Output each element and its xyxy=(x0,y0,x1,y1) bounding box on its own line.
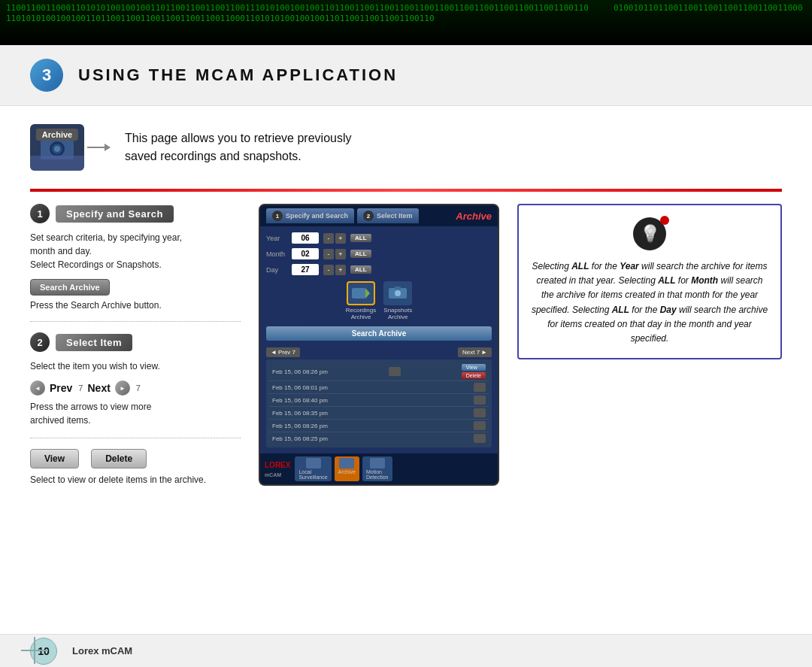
month-row: Month 02 - + ALL xyxy=(266,248,492,259)
nav-label: LocalSurveillance xyxy=(298,469,327,480)
device-footer: LOREX mCAM LocalSurveillance Archive xyxy=(260,453,498,484)
nav-motion-detection[interactable]: MotionDetection xyxy=(362,456,392,481)
month-all-btn[interactable]: ALL xyxy=(350,250,371,258)
nav-local-surveillance[interactable]: LocalSurveillance xyxy=(295,456,331,481)
day-row: Day 27 - + ALL xyxy=(266,264,492,275)
recordings-icon xyxy=(347,281,375,305)
chapter-header: 3 USING THE mCAM APPLICATION xyxy=(0,45,812,106)
left-column: 1 Specify and Search Set search criteria… xyxy=(30,204,241,485)
step1-number: 1 xyxy=(30,204,50,223)
step1-badge: 1 Specify and Search xyxy=(30,204,241,223)
recordings-label: RecordingsArchive xyxy=(346,307,376,320)
prev-arrow-icon[interactable] xyxy=(30,380,45,396)
page-footer: 10 Lorex mCAM xyxy=(0,634,812,667)
device-tabs: 1 Specify and Search 2 Select Item xyxy=(266,208,419,223)
year-plus-btn[interactable]: + xyxy=(335,233,346,244)
month-plus-btn[interactable]: + xyxy=(335,249,346,259)
day-plus-btn[interactable]: + xyxy=(335,265,346,275)
archive-intro: Archive This page allows you to retrieve… xyxy=(30,124,782,171)
step1-label: Specify and Search xyxy=(56,205,174,223)
view-button[interactable]: View xyxy=(30,449,79,468)
year-label: Year xyxy=(266,235,287,242)
footer-brand: Lorex mCAM xyxy=(72,645,132,656)
result-video-icon xyxy=(474,396,486,405)
month-minus-btn[interactable]: - xyxy=(323,249,334,259)
result-delete-btn[interactable]: Delete xyxy=(462,372,486,379)
result-date: Feb 15, 06 08:01 pm xyxy=(272,384,328,391)
archive-intro-text: This page allows you to retrieve previou… xyxy=(125,129,351,165)
red-dot xyxy=(660,216,669,225)
tab2-num: 2 xyxy=(363,211,374,221)
snapshots-icon xyxy=(383,281,412,305)
table-row[interactable]: Feb 15, 06 08:26 pm xyxy=(269,420,489,432)
svg-rect-10 xyxy=(395,287,401,290)
svg-rect-6 xyxy=(352,288,365,299)
year-pm-btns: - + xyxy=(323,233,346,244)
step1-search-desc: Press the Search Archive button. xyxy=(30,300,241,311)
delete-button[interactable]: Delete xyxy=(91,449,147,468)
motion-icon xyxy=(370,458,385,468)
divider1 xyxy=(30,321,241,322)
result-view-btn[interactable]: View xyxy=(462,364,486,371)
result-date: Feb 15, 06 08:40 pm xyxy=(272,397,328,404)
snapshots-icon-item[interactable]: SnapshotsArchive xyxy=(383,281,412,320)
result-date: Feb 15, 06 08:35 pm xyxy=(272,410,328,417)
view-delete-desc: Select to view or delete items in the ar… xyxy=(30,474,241,485)
bulb-icon xyxy=(633,217,666,250)
chapter-number: 3 xyxy=(30,59,63,92)
day-minus-btn[interactable]: - xyxy=(323,265,334,275)
device-prev-next-row: ◄ Prev 7 Next 7 ► xyxy=(266,345,492,359)
result-video-icon xyxy=(474,421,486,430)
result-date: Feb 15, 06 08:26 pm xyxy=(272,368,328,375)
archive-nav-icon xyxy=(339,458,354,468)
nav-archive[interactable]: Archive xyxy=(335,456,359,481)
device-prev-btn[interactable]: ◄ Prev 7 xyxy=(266,347,300,357)
device-next-btn[interactable]: Next 7 ► xyxy=(458,347,492,357)
banner-glow xyxy=(0,0,812,45)
year-value: 06 xyxy=(292,232,319,244)
step2-badge: 2 Select Item xyxy=(30,332,241,352)
table-row[interactable]: Feb 15, 06 08:40 pm xyxy=(269,394,489,407)
day-all-btn[interactable]: ALL xyxy=(350,265,371,274)
results-list: Feb 15, 06 08:26 pm View Delete Feb 15, … xyxy=(266,359,492,447)
device-archive-title: Archive xyxy=(456,211,492,222)
next-num: 7 xyxy=(136,384,141,393)
result-actions: View Delete xyxy=(462,364,486,379)
table-row[interactable]: Feb 15, 06 08:35 pm xyxy=(269,407,489,420)
year-minus-btn[interactable]: - xyxy=(323,233,334,244)
tab-specify[interactable]: 1 Specify and Search xyxy=(266,208,354,223)
svg-rect-5 xyxy=(41,155,74,159)
search-archive-button[interactable]: Search Archive xyxy=(30,279,110,296)
result-date: Feb 15, 06 08:26 pm xyxy=(272,423,328,429)
right-column: Selecting ALL for the Year will search t… xyxy=(517,204,782,359)
tab-select[interactable]: 2 Select Item xyxy=(357,208,419,223)
prev-next-row: Prev 7 Next 7 xyxy=(30,380,241,396)
table-row[interactable]: Feb 15, 06 08:25 pm xyxy=(269,432,489,444)
step2-number: 2 xyxy=(30,332,50,352)
archive-icon-box: Archive xyxy=(30,124,110,171)
result-video-icon xyxy=(389,367,401,376)
top-banner: 1100110011000110101010010010011011001100… xyxy=(0,0,812,45)
crosshair-icon xyxy=(21,637,48,664)
step1-desc: Set search criteria, by specifying year,… xyxy=(30,231,241,271)
archive-label: Archive xyxy=(36,129,78,141)
nav-label: MotionDetection xyxy=(366,469,389,480)
table-row[interactable]: Feb 15, 06 08:01 pm xyxy=(269,381,489,394)
svg-point-9 xyxy=(395,290,401,296)
day-pm-btns: - + xyxy=(323,265,346,275)
svg-marker-7 xyxy=(365,288,370,299)
divider2 xyxy=(30,438,241,438)
result-video-icon xyxy=(474,383,486,392)
result-video-icon xyxy=(474,408,486,417)
device-search-archive-btn[interactable]: Search Archive xyxy=(266,326,492,341)
next-arrow-icon[interactable] xyxy=(115,380,130,396)
device-body: Year 06 - + ALL Month 02 - xyxy=(260,226,498,453)
archive-camera-icon: Archive xyxy=(30,124,84,171)
next-label: Next xyxy=(87,382,110,394)
table-row[interactable]: Feb 15, 06 08:26 pm View Delete xyxy=(269,362,489,381)
middle-column: 1 Specify and Search 2 Select Item Archi… xyxy=(259,204,499,486)
device-header: 1 Specify and Search 2 Select Item Archi… xyxy=(260,205,498,226)
recordings-icon-item[interactable]: RecordingsArchive xyxy=(346,281,376,320)
year-all-btn[interactable]: ALL xyxy=(350,234,371,242)
day-label: Day xyxy=(266,266,287,274)
